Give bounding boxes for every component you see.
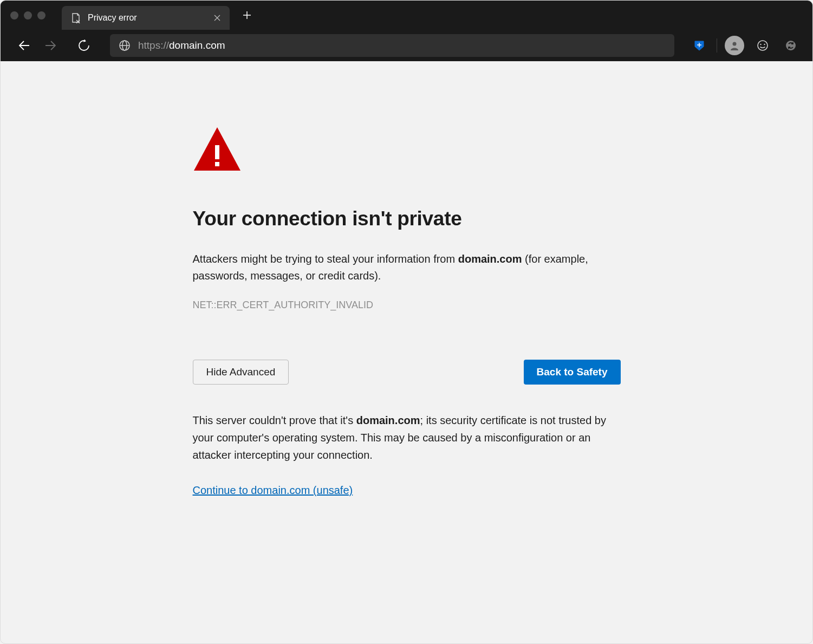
svg-rect-15 [215, 162, 219, 166]
button-row: Hide Advanced Back to Safety [193, 360, 621, 385]
profile-button[interactable] [724, 35, 745, 56]
forward-button[interactable] [40, 35, 61, 56]
browser-tab[interactable]: Privacy error [62, 6, 230, 30]
feedback-button[interactable] [752, 35, 773, 56]
arrow-right-icon [44, 40, 56, 51]
back-button[interactable] [14, 35, 35, 56]
details-pre: This server couldn't prove that it's [193, 414, 356, 426]
refresh-icon [78, 40, 90, 51]
sync-button[interactable] [780, 35, 802, 56]
minimize-window-button[interactable] [24, 11, 32, 19]
browser-window: Privacy error [0, 0, 813, 644]
address-text: https://domain.com [138, 40, 225, 51]
error-body-pre: Attackers might be trying to steal your … [193, 253, 458, 265]
error-code: NET::ERR_CERT_AUTHORITY_INVALID [193, 300, 621, 311]
close-window-button[interactable] [10, 11, 18, 19]
hide-advanced-button[interactable]: Hide Advanced [193, 360, 289, 385]
plus-icon [243, 11, 251, 19]
close-tab-button[interactable] [212, 13, 222, 23]
svg-point-11 [760, 44, 761, 45]
page-error-icon [70, 12, 81, 23]
arrow-left-icon [18, 40, 30, 51]
svg-point-10 [758, 41, 768, 50]
svg-rect-14 [215, 145, 219, 159]
refresh-button[interactable] [73, 35, 95, 56]
error-body-domain: domain.com [458, 253, 522, 265]
window-controls [10, 11, 45, 19]
svg-point-9 [733, 42, 737, 46]
globe-icon [119, 40, 131, 51]
proceed-unsafe-link[interactable]: Continue to domain.com (unsafe) [193, 484, 353, 496]
warning-icon [193, 126, 242, 175]
error-heading: Your connection isn't private [193, 207, 621, 230]
details-domain: domain.com [356, 414, 420, 426]
url-scheme: https:// [138, 40, 169, 51]
person-icon [729, 40, 740, 51]
toolbar-divider [717, 38, 717, 53]
smiley-icon [757, 40, 769, 51]
toolbar-right [688, 35, 802, 56]
back-to-safety-button[interactable]: Back to Safety [524, 360, 621, 385]
svg-point-12 [764, 44, 765, 45]
new-tab-button[interactable] [237, 5, 257, 25]
error-body: Attackers might be trying to steal your … [193, 251, 621, 284]
shield-button[interactable] [688, 35, 710, 56]
address-bar[interactable]: https://domain.com [110, 34, 674, 57]
tab-title: Privacy error [88, 13, 206, 23]
page-content: Your connection isn't private Attackers … [1, 61, 812, 497]
toolbar: https://domain.com [1, 30, 812, 61]
shield-icon [693, 40, 705, 51]
url-host: domain.com [169, 40, 225, 51]
avatar [725, 36, 744, 55]
titlebar: Privacy error [1, 1, 812, 30]
svg-point-13 [786, 41, 796, 50]
sync-icon [785, 40, 797, 51]
maximize-window-button[interactable] [37, 11, 45, 19]
error-details: This server couldn't prove that it's dom… [193, 412, 621, 464]
error-page: Your connection isn't private Attackers … [193, 126, 621, 497]
